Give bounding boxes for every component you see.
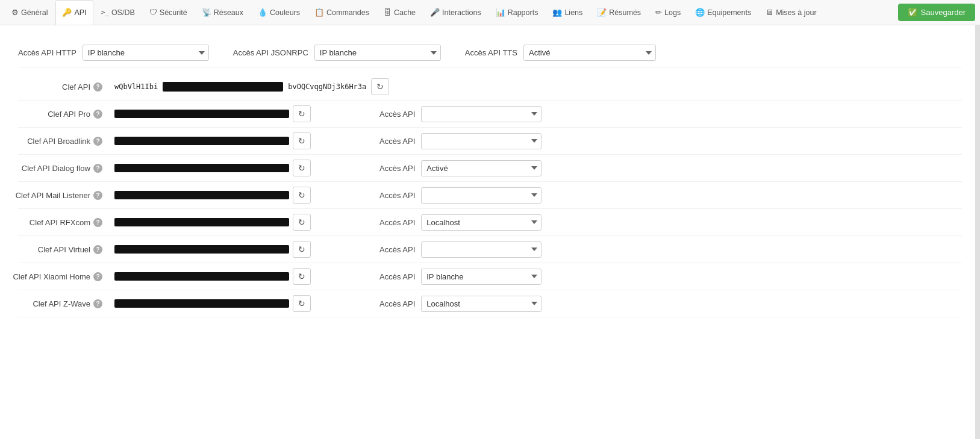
refresh-btn-virtuel[interactable]: ↻ [293,241,311,258]
api-key-row-zwave: Clef API Z-Wave?↻Accès APIActivéDésactiv… [18,290,962,317]
access-select-rfxcom[interactable]: ActivéDésactivéIP blancheLocalhost [421,214,541,231]
securite-icon: 🛡 [149,8,157,17]
api-top-row: Accès API HTTP IP blanche Activé Désacti… [18,37,962,67]
api-rows-container: Clef API Pro?↻Accès APIActivéDésactivéIP… [18,101,962,317]
key-col-maillistener: ↻ [114,187,355,204]
http-field-group: Accès API HTTP IP blanche Activé Désacti… [18,45,209,61]
api-key-row-virtuel: Clef API Virtuel?↻Accès APIActivéDésacti… [18,236,962,263]
access-label-broadlink: Accès API [379,137,415,146]
help-icon-maillistener[interactable]: ? [93,191,102,200]
clef-api-masked [163,82,283,92]
access-select-pro[interactable]: ActivéDésactivéIP blancheLocalhost [421,106,541,122]
help-icon-virtuel[interactable]: ? [93,245,102,254]
refresh-btn-xiaomihome[interactable]: ↻ [293,268,311,285]
logs-icon: ✏ [655,8,662,17]
clef-api-refresh-button[interactable]: ↻ [371,78,389,95]
jsonrpc-select[interactable]: IP blanche Activé Désactivé Localhost [314,45,441,61]
commandes-icon: 📋 [314,8,324,17]
tab-securite[interactable]: 🛡 Sécurité [143,0,194,25]
top-navigation: ⚙ Général 🔑 API >_ OS/DB 🛡 Sécurité 📡 Ré… [0,0,980,25]
access-select-dialogflow[interactable]: ActivéDésactivéIP blancheLocalhost [421,160,541,176]
tab-resumes[interactable]: 📝 Résumés [590,0,648,25]
access-label-maillistener: Accès API [379,191,415,200]
access-col-xiaomihome: Accès APIActivéDésactivéIP blancheLocalh… [355,269,541,285]
tab-cache[interactable]: 🗄 Cache [377,0,422,25]
help-icon-zwave[interactable]: ? [93,299,102,308]
key-masked-broadlink [114,137,289,145]
osdb-icon: >_ [101,8,109,16]
key-masked-xiaomihome [114,272,289,281]
tts-field-group: Accès API TTS Activé Désactivé IP blanch… [465,45,656,61]
label-col-xiaomihome: Clef API Xiaomi Home? [18,272,114,281]
tab-osdb[interactable]: >_ OS/DB [95,0,142,25]
label-zwave: Clef API Z-Wave [33,299,90,308]
label-col-dialogflow: Clef API Dialog flow? [18,164,114,173]
http-select[interactable]: IP blanche Activé Désactivé Localhost [83,45,209,61]
access-select-xiaomihome[interactable]: ActivéDésactivéIP blancheLocalhost [421,269,541,285]
refresh-btn-pro[interactable]: ↻ [293,105,311,122]
tab-general[interactable]: ⚙ Général [5,0,54,25]
access-select-zwave[interactable]: ActivéDésactivéIP blancheLocalhost [421,296,541,312]
label-col-virtuel: Clef API Virtuel? [18,245,114,254]
label-col-broadlink: Clef API Broadlink? [18,137,114,146]
clef-api-label: Clef API [62,83,90,92]
key-masked-zwave [114,299,289,308]
access-col-rfxcom: Accès APIActivéDésactivéIP blancheLocalh… [355,214,541,231]
key-col-xiaomihome: ↻ [114,268,355,285]
refresh-btn-maillistener[interactable]: ↻ [293,187,311,204]
clef-api-help-icon[interactable]: ? [93,83,102,92]
api-key-row-dialogflow: Clef API Dialog flow?↻Accès APIActivéDés… [18,155,962,182]
tab-logs[interactable]: ✏ Logs [649,0,687,25]
tab-reseaux[interactable]: 📡 Réseaux [195,0,250,25]
label-dialogflow: Clef API Dialog flow [22,164,90,173]
refresh-btn-dialogflow[interactable]: ↻ [293,160,311,176]
tab-couleurs[interactable]: 💧 Couleurs [251,0,307,25]
label-maillistener: Clef API Mail Listener [16,191,90,200]
access-col-pro: Accès APIActivéDésactivéIP blancheLocalh… [355,106,541,122]
tab-mises-a-jour[interactable]: 🖥 Mises à jour [759,0,823,25]
tab-liens[interactable]: 👥 Liens [546,0,589,25]
refresh-btn-rfxcom[interactable]: ↻ [293,214,311,231]
rapports-icon: 📊 [496,8,505,17]
tts-label: Accès API TTS [465,48,517,57]
http-label: Accès API HTTP [18,48,76,57]
tab-interactions[interactable]: 🎤 Interactions [423,0,488,25]
key-masked-dialogflow [114,164,289,172]
save-button[interactable]: ✅ Sauvegarder [898,4,975,21]
help-icon-rfxcom[interactable]: ? [93,218,102,227]
tab-api[interactable]: 🔑 API [55,0,93,25]
refresh-btn-broadlink[interactable]: ↻ [293,132,311,149]
tab-equipements[interactable]: 🌐 Equipements [688,0,758,25]
access-label-pro: Accès API [379,110,415,119]
scrollbar[interactable] [975,25,980,329]
key-masked-rfxcom [114,218,289,226]
clef-api-suffix: bvOQCvqgNDj3k6Hr3a [288,83,366,91]
access-select-broadlink[interactable]: ActivéDésactivéIP blancheLocalhost [421,133,541,149]
help-icon-dialogflow[interactable]: ? [93,164,102,173]
access-label-dialogflow: Accès API [379,164,415,173]
help-icon-pro[interactable]: ? [93,110,102,119]
access-select-virtuel[interactable]: ActivéDésactivéIP blancheLocalhost [421,241,541,258]
help-icon-xiaomihome[interactable]: ? [93,272,102,281]
label-xiaomihome: Clef API Xiaomi Home [13,272,90,281]
label-col-zwave: Clef API Z-Wave? [18,299,114,308]
help-icon-broadlink[interactable]: ? [93,137,102,146]
tab-rapports[interactable]: 📊 Rapports [489,0,545,25]
key-col-zwave: ↻ [114,295,355,312]
interactions-icon: 🎤 [430,8,440,17]
key-masked-maillistener [114,191,289,199]
label-broadlink: Clef API Broadlink [27,137,90,146]
access-select-maillistener[interactable]: ActivéDésactivéIP blancheLocalhost [421,187,541,204]
access-col-broadlink: Accès APIActivéDésactivéIP blancheLocalh… [355,133,541,149]
tts-select[interactable]: Activé Désactivé IP blanche Localhost [523,45,656,61]
refresh-btn-zwave[interactable]: ↻ [293,295,311,312]
access-label-zwave: Accès API [379,299,415,308]
key-col-rfxcom: ↻ [114,214,355,231]
label-col-maillistener: Clef API Mail Listener? [18,191,114,200]
api-key-row-rfxcom: Clef API RFXcom?↻Accès APIActivéDésactiv… [18,209,962,236]
access-label-virtuel: Accès API [379,245,415,254]
tab-commandes[interactable]: 📋 Commandes [308,0,376,25]
access-col-maillistener: Accès APIActivéDésactivéIP blancheLocalh… [355,187,541,204]
jsonrpc-label: Accès API JSONRPC [233,48,308,57]
resumes-icon: 📝 [597,8,607,17]
